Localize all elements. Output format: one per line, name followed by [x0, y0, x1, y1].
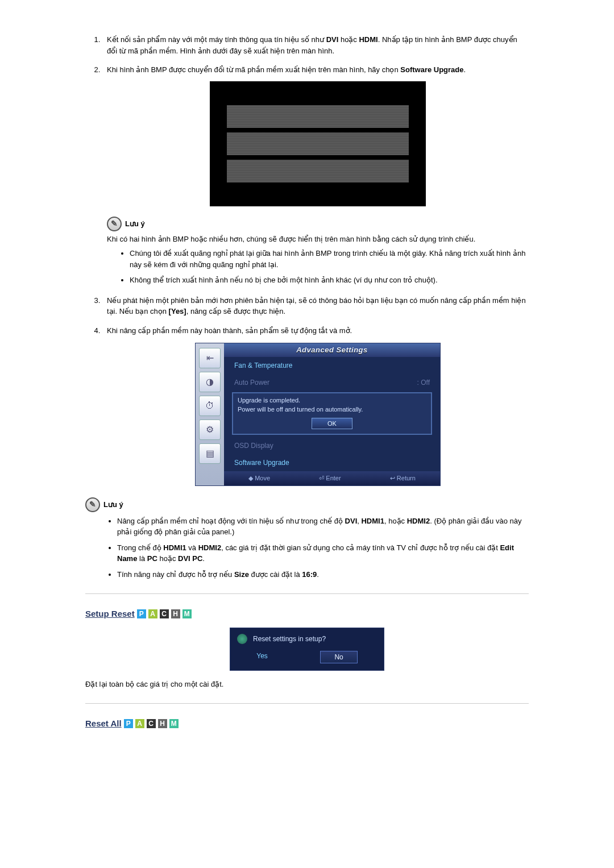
tag-m: M [182, 609, 192, 618]
osd-footer: ◆ Move ⏎ Enter ↩ Return [224, 471, 440, 485]
note2-bullets: Nâng cấp phần mềm chỉ hoạt động với tín … [85, 516, 529, 580]
tag-h: H [158, 719, 167, 728]
bmp-slideshow-mock [210, 81, 426, 206]
note2-b2: Trong chế độ HDMI1 và HDMI2, các giá trị… [117, 542, 529, 564]
note1-bullets: Chúng tôi đề xuất quãng nghỉ phát lại gi… [107, 248, 529, 286]
tag-a: A [135, 719, 144, 728]
reset-yes-button[interactable]: Yes [256, 651, 268, 663]
note-label: Lưu ý [103, 499, 123, 510]
setup-reset-heading: Setup Reset P A C H M [85, 608, 529, 621]
tag-a: A [148, 609, 157, 618]
osd-icon-input: ⇤ [199, 348, 221, 368]
osd-icon-timer: ⏱ [199, 396, 221, 416]
tag-m: M [169, 719, 179, 728]
note1-intro: Khi có hai hình ảnh BMP hoặc nhiều hơn, … [107, 234, 529, 245]
divider [85, 703, 529, 704]
note-label: Lưu ý [125, 218, 145, 230]
static-bar [227, 105, 409, 128]
tag-c: C [147, 719, 156, 728]
osd-swupgrade-row: Software Upgrade [224, 454, 440, 471]
note2-b1: Nâng cấp phần mềm chỉ hoạt động với tín … [117, 516, 529, 538]
tag-c: C [160, 609, 169, 618]
reset-dialog: Reset settings in setup? Yes No [230, 628, 384, 671]
setup-reset-link[interactable]: Setup Reset [85, 608, 135, 621]
step-4: Khi nâng cấp phần mềm này hoàn thành, sả… [102, 325, 529, 486]
question-icon [237, 634, 247, 644]
static-bar [227, 160, 409, 182]
osd-upgrade-dialog: Upgrade is completed. Power will be off … [232, 392, 432, 435]
tag-p: P [137, 609, 146, 618]
reset-no-button[interactable]: No [320, 651, 357, 663]
osd-autopower-row: Auto Power: Off [224, 374, 440, 391]
osd-osddisplay-row: OSD Display [224, 437, 440, 454]
step-2: Khi hình ảnh BMP được chuyển đổi từ mã p… [102, 64, 529, 286]
tag-p: P [124, 719, 133, 728]
osd-icon-picture: ◑ [199, 372, 221, 392]
static-bar [227, 132, 409, 155]
note1-b2: Không thể trích xuất hình ảnh nếu nó bị … [130, 275, 529, 286]
note1-b1: Chúng tôi đề xuất quãng nghỉ phát lại gi… [130, 248, 529, 270]
instruction-list: Kết nối sản phẩm này với một máy tính th… [85, 34, 529, 486]
osd-ok-button[interactable]: OK [312, 418, 352, 430]
note2-b3: Tính năng này chỉ được hỗ trợ nếu Size đ… [117, 569, 529, 580]
osd-sidebar: ⇤ ◑ ⏱ ⚙ ▤ [196, 343, 224, 485]
note-icon [107, 217, 122, 231]
osd-icon-multi: ▤ [199, 443, 221, 464]
reset-question: Reset settings in setup? [253, 634, 326, 644]
osd-fan-row: Fan & Temperature [224, 357, 440, 374]
osd-title: Advanced Settings [224, 343, 440, 357]
step-1: Kết nối sản phẩm này với một máy tính th… [102, 34, 529, 56]
reset-all-link[interactable]: Reset All [85, 717, 122, 730]
osd-screenshot: ⇤ ◑ ⏱ ⚙ ▤ Advanced Settings Fan & Temper… [195, 343, 441, 486]
note-icon [85, 497, 100, 512]
osd-icon-setup: ⚙ [199, 420, 221, 440]
reset-description: Đặt lại toàn bộ các giá trị cho một cài … [85, 679, 529, 690]
reset-all-heading: Reset All P A C H M [85, 717, 529, 730]
divider [85, 593, 529, 594]
step-3: Nếu phát hiện một phiên bản mới hơn phiê… [102, 295, 529, 317]
tag-h: H [171, 609, 180, 618]
